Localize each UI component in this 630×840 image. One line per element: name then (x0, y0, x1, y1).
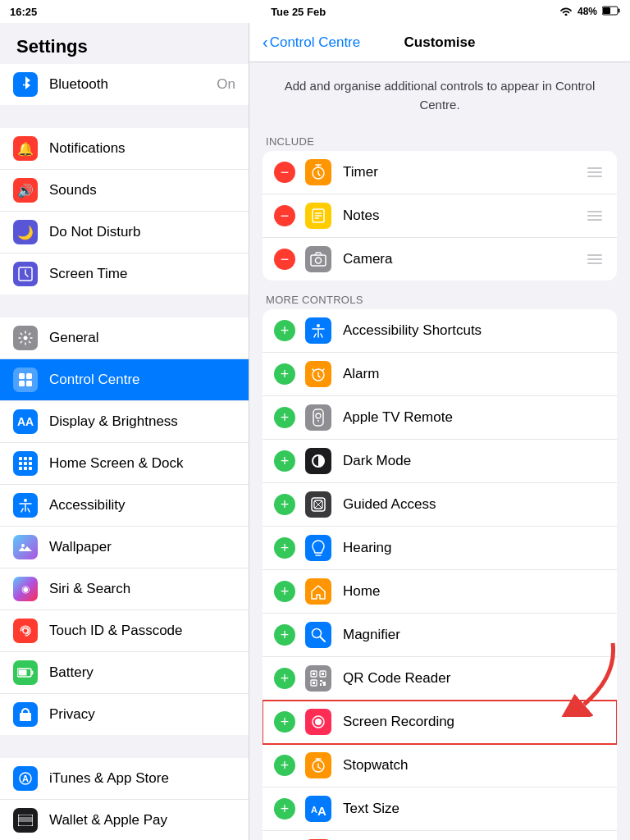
svg-rect-17 (29, 467, 32, 470)
sidebar-item-do-not-disturb[interactable]: 🌙 Do Not Disturb (0, 212, 249, 253)
include-section: − Timer − Notes (262, 151, 617, 281)
back-label: Control Centre (270, 34, 361, 51)
dark-mode-icon (305, 448, 331, 474)
guided-access-icon (305, 491, 331, 518)
back-chevron-icon: ‹ (262, 33, 268, 52)
general-icon (13, 326, 38, 350)
battery-icon (602, 6, 620, 18)
sidebar-item-wallet[interactable]: Wallet & Apple Pay (0, 800, 249, 840)
add-text-size-button[interactable]: + (274, 798, 295, 819)
notes-label: Notes (343, 208, 584, 224)
bluetooth-value: On (217, 76, 235, 93)
sidebar: Settings Bluetooth On 🔔 Notifications (0, 23, 249, 840)
home-screen-icon (13, 451, 38, 476)
more-item-alarm: + Alarm (262, 353, 617, 396)
svg-rect-54 (322, 673, 324, 675)
battery-label: Battery (49, 664, 235, 681)
svg-rect-5 (19, 373, 25, 379)
svg-rect-22 (32, 671, 34, 675)
display-label: Display & Brightness (49, 413, 235, 430)
add-hearing-button[interactable]: + (274, 537, 295, 559)
svg-text:A: A (22, 774, 29, 783)
sidebar-item-screen-time[interactable]: Screen Time (0, 253, 249, 294)
wallet-label: Wallet & Apple Pay (49, 812, 235, 829)
remove-camera-button[interactable]: − (274, 249, 295, 270)
svg-rect-27 (18, 817, 33, 819)
screen-time-icon (13, 262, 38, 286)
include-item-timer: − Timer (262, 151, 617, 194)
magnifier-label: Magnifier (343, 627, 605, 643)
control-centre-label: Control Centre (49, 372, 235, 388)
sidebar-item-display-brightness[interactable]: AA Display & Brightness (0, 401, 249, 443)
status-bar: 16:25 Tue 25 Feb 48% (0, 0, 630, 23)
sidebar-item-touch-id[interactable]: Touch ID & Passcode (0, 610, 249, 652)
back-button[interactable]: ‹ Control Centre (262, 33, 360, 52)
camera-drag-handle[interactable] (584, 251, 605, 267)
panel-description: Add and organise additional controls to … (249, 62, 630, 129)
add-apple-tv-button[interactable]: + (274, 407, 295, 428)
battery-sidebar-icon (13, 660, 38, 685)
svg-rect-53 (313, 673, 315, 675)
sidebar-item-itunes[interactable]: A iTunes & App Store (0, 758, 249, 800)
more-item-magnifier: + Magnifier (262, 614, 617, 657)
do-not-disturb-icon: 🌙 (13, 220, 38, 244)
sounds-label: Sounds (49, 182, 235, 199)
add-guided-access-button[interactable]: + (274, 494, 295, 515)
panel-title: Customise (404, 34, 476, 51)
wallpaper-icon (13, 535, 38, 559)
battery-text: 48% (578, 6, 597, 17)
sidebar-item-wallpaper[interactable]: Wallpaper (0, 527, 249, 568)
siri-icon: ◉ (13, 577, 38, 601)
sidebar-item-sounds[interactable]: 🔊 Sounds (0, 170, 249, 212)
add-dark-mode-button[interactable]: + (274, 450, 295, 472)
svg-rect-43 (313, 409, 323, 426)
qr-code-icon (305, 665, 331, 692)
svg-rect-11 (29, 457, 32, 460)
privacy-label: Privacy (49, 706, 235, 723)
sidebar-item-control-centre[interactable]: Control Centre (0, 359, 249, 401)
more-item-stopwatch: + Stopwatch (262, 744, 617, 788)
itunes-icon: A (13, 766, 38, 791)
bluetooth-icon (13, 72, 38, 97)
svg-text:A: A (317, 804, 326, 817)
add-qr-button[interactable]: + (274, 668, 295, 689)
sidebar-item-notifications[interactable]: 🔔 Notifications (0, 128, 249, 170)
notifications-label: Notifications (49, 140, 235, 157)
more-item-screen-recording: + Screen Recording (262, 701, 617, 744)
sidebar-item-privacy[interactable]: Privacy (0, 694, 249, 735)
svg-point-18 (24, 499, 27, 502)
text-size-icon: AA (305, 796, 331, 822)
wifi-icon (559, 6, 573, 18)
sidebar-item-general[interactable]: General (0, 317, 249, 359)
timer-drag-handle[interactable] (584, 164, 605, 180)
svg-rect-12 (19, 462, 22, 465)
add-home-button[interactable]: + (274, 581, 295, 602)
remove-timer-button[interactable]: − (274, 162, 295, 183)
sidebar-item-bluetooth[interactable]: Bluetooth On (0, 64, 249, 105)
touch-id-icon (13, 619, 38, 643)
svg-rect-55 (313, 682, 315, 684)
general-label: General (49, 330, 235, 346)
add-magnifier-button[interactable]: + (274, 624, 295, 646)
privacy-icon (13, 702, 38, 727)
home-screen-label: Home Screen & Dock (49, 455, 235, 472)
add-stopwatch-button[interactable]: + (274, 755, 295, 776)
sidebar-item-siri-search[interactable]: ◉ Siri & Search (0, 568, 249, 610)
sidebar-item-home-screen[interactable]: Home Screen & Dock (0, 443, 249, 485)
add-screen-recording-button[interactable]: + (274, 711, 295, 733)
notes-drag-handle[interactable] (584, 208, 605, 224)
svg-rect-7 (19, 381, 25, 386)
more-controls-section: + Accessibility Shortcuts + Alarm + (262, 309, 617, 840)
add-alarm-button[interactable]: + (274, 363, 295, 385)
timer-icon (305, 159, 331, 185)
svg-rect-14 (29, 462, 32, 465)
sidebar-item-battery[interactable]: Battery (0, 652, 249, 694)
remove-notes-button[interactable]: − (274, 205, 295, 226)
sidebar-item-accessibility[interactable]: Accessibility (0, 485, 249, 527)
touch-id-label: Touch ID & Passcode (49, 623, 235, 639)
guided-access-label: Guided Access (343, 496, 605, 513)
home-label: Home (343, 583, 605, 600)
add-accessibility-button[interactable]: + (274, 320, 295, 341)
stopwatch-label: Stopwatch (343, 757, 605, 774)
svg-rect-13 (24, 462, 27, 465)
